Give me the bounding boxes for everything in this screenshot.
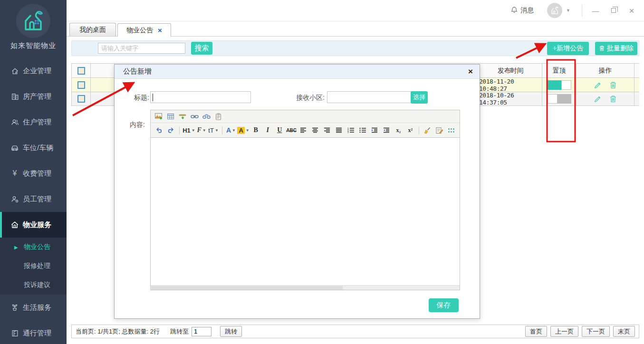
- editor-content-area[interactable]: [151, 138, 460, 285]
- align-left-button[interactable]: [299, 125, 308, 135]
- highlight-color-dropdown[interactable]: A▼: [239, 125, 248, 135]
- bell-icon: [510, 6, 518, 15]
- first-page-button[interactable]: 首页: [525, 326, 547, 337]
- sidebar-item-complaints[interactable]: 投诉建议: [0, 276, 67, 295]
- unordered-list-button[interactable]: [358, 125, 367, 135]
- batch-delete-button[interactable]: 批量删除: [595, 42, 637, 55]
- outdent-button[interactable]: [382, 125, 391, 135]
- underline-button[interactable]: U: [275, 125, 284, 135]
- insert-image-icon[interactable]: [154, 112, 163, 121]
- edit-icon[interactable]: [594, 81, 602, 89]
- insert-table-icon[interactable]: [166, 112, 175, 121]
- sidebar-item-life[interactable]: 生活服务: [0, 295, 67, 320]
- sidebar-item-vehicle[interactable]: 车位/车辆: [0, 135, 67, 161]
- delete-icon[interactable]: [609, 95, 617, 103]
- title-input[interactable]: [150, 91, 251, 103]
- last-page-button[interactable]: 末页: [613, 326, 635, 337]
- font-size-dropdown[interactable]: tT▼: [209, 125, 218, 135]
- titlebar: 消息 ▼ — ×: [67, 0, 644, 21]
- sidebar-item-repairs[interactable]: 报修处理: [0, 257, 67, 276]
- delete-icon[interactable]: [609, 81, 617, 89]
- bold-button[interactable]: B: [251, 125, 260, 135]
- property-icon: [10, 92, 19, 101]
- active-arrow-icon: ▶: [14, 245, 18, 250]
- ordered-list-button[interactable]: 123: [346, 125, 355, 135]
- chevron-down-icon: ▼: [202, 128, 206, 133]
- next-page-button[interactable]: 下一页: [582, 326, 610, 337]
- access-icon: [10, 329, 19, 337]
- rich-text-editor: H1▼ F▼ tT▼ A▼ A▼ B I U ABC 123 x₂ x²: [150, 110, 460, 290]
- insert-link-icon[interactable]: [190, 112, 199, 121]
- align-justify-button[interactable]: [335, 125, 343, 135]
- paste-icon[interactable]: [214, 112, 222, 121]
- tab-announcements[interactable]: 物业公告 ×: [117, 23, 171, 37]
- redo-icon[interactable]: [166, 125, 175, 135]
- close-window-button[interactable]: ×: [628, 7, 635, 14]
- clear-format-icon[interactable]: [423, 125, 432, 135]
- select-community-button[interactable]: 选择: [411, 91, 428, 104]
- pin-toggle-off[interactable]: [548, 94, 571, 104]
- select-all-checkbox[interactable]: [77, 67, 85, 75]
- edit-source-icon[interactable]: [435, 125, 444, 135]
- editor-horizontal-scrollbar[interactable]: [151, 285, 460, 290]
- sidebar-item-fees[interactable]: ¥ 收费管理: [0, 161, 67, 186]
- insert-rows-icon[interactable]: [447, 125, 456, 135]
- indent-button[interactable]: [370, 125, 379, 135]
- batch-delete-label: 批量删除: [607, 44, 634, 53]
- jump-page-input[interactable]: [192, 327, 211, 336]
- jump-button[interactable]: 跳转: [220, 326, 242, 337]
- subscript-button[interactable]: x₂: [394, 125, 403, 135]
- divider: [419, 126, 419, 134]
- editor-toolbar-row1: [151, 110, 460, 123]
- sidebar-item-label: 员工管理: [23, 195, 51, 204]
- insert-horizontal-rule-icon[interactable]: [178, 112, 187, 121]
- superscript-button[interactable]: x²: [406, 125, 414, 135]
- edit-icon[interactable]: [594, 95, 602, 103]
- sidebar-item-enterprise[interactable]: 企业管理: [0, 58, 67, 84]
- editor-toolbar-row2: H1▼ F▼ tT▼ A▼ A▼ B I U ABC 123 x₂ x²: [151, 123, 460, 138]
- sidebar-item-announcements[interactable]: ▶ 物业公告: [0, 238, 67, 257]
- content-label: 内容:: [130, 121, 145, 129]
- community-label: 接收小区:: [291, 91, 325, 104]
- search-button[interactable]: 搜索: [191, 42, 212, 55]
- dialog-form-row: 标题: 接收小区: 选择: [115, 91, 480, 104]
- scrollbar-thumb[interactable]: [151, 286, 343, 290]
- header-cell: [91, 64, 115, 77]
- divider: [582, 4, 582, 17]
- heading-dropdown[interactable]: H1▼: [184, 125, 194, 135]
- restore-button[interactable]: [610, 7, 617, 14]
- italic-button[interactable]: I: [263, 125, 272, 135]
- remove-link-icon[interactable]: [202, 112, 211, 121]
- align-right-button[interactable]: [323, 125, 331, 135]
- sidebar-item-label: 通行管理: [23, 329, 51, 338]
- font-family-dropdown[interactable]: F▼: [197, 125, 206, 135]
- font-color-dropdown[interactable]: A▼: [227, 125, 235, 135]
- sidebar-item-property[interactable]: 房产管理: [0, 84, 67, 109]
- align-center-button[interactable]: [311, 125, 319, 135]
- enterprise-icon: [10, 67, 19, 75]
- row-checkbox[interactable]: [77, 95, 85, 103]
- prev-page-button[interactable]: 上一页: [550, 326, 578, 337]
- community-input[interactable]: [327, 91, 412, 103]
- add-announcement-button[interactable]: +新增公告: [547, 42, 589, 55]
- tab-my-desktop[interactable]: 我的桌面: [69, 23, 116, 36]
- user-menu[interactable]: ▼: [547, 3, 570, 18]
- close-tab-icon[interactable]: ×: [158, 27, 162, 34]
- undo-icon[interactable]: [154, 125, 163, 135]
- trash-icon: [599, 45, 605, 51]
- sidebar-item-access[interactable]: 通行管理: [0, 320, 67, 344]
- header-actions: 操作: [577, 64, 634, 77]
- publish-time-cell: 2018-11-20 10:48:27: [479, 78, 542, 92]
- heading-label: H1: [183, 127, 191, 134]
- save-button[interactable]: 保存: [429, 298, 459, 312]
- pin-toggle-on[interactable]: [548, 80, 571, 90]
- close-icon[interactable]: ×: [468, 67, 473, 76]
- search-input[interactable]: [98, 43, 185, 54]
- minimize-button[interactable]: —: [592, 7, 599, 14]
- messages-button[interactable]: 消息: [510, 6, 534, 15]
- sidebar-item-staff[interactable]: 员工管理: [0, 186, 67, 212]
- strikethrough-button[interactable]: ABC: [287, 125, 296, 135]
- sidebar-item-residents[interactable]: 住户管理: [0, 109, 67, 135]
- row-checkbox[interactable]: [77, 81, 85, 89]
- sidebar-item-services[interactable]: 物业服务: [0, 212, 67, 238]
